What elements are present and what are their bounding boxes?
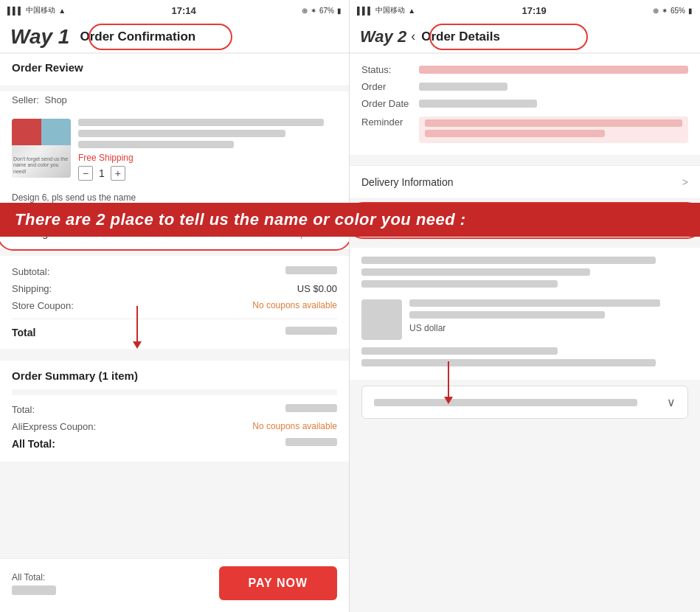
- reminder-row: Reminder: [361, 112, 688, 147]
- all-total-row: All Total:: [12, 435, 337, 453]
- right-bottom-section: US dollar: [350, 248, 700, 380]
- qty-increase-btn[interactable]: +: [111, 166, 125, 181]
- seller-label: Seller:: [12, 94, 39, 105]
- order-value-blur: [419, 83, 507, 91]
- right-bluetooth-icon: ✶: [662, 7, 668, 15]
- product-thumb-right: [361, 299, 402, 340]
- aliexpress-coupon-row: AliExpress Coupon: No coupons available: [12, 418, 337, 435]
- status-key: Status:: [361, 64, 413, 75]
- pay-all-total-label: All Total:: [12, 572, 56, 583]
- product-price-blur: [78, 141, 234, 148]
- delivery-chevron: >: [682, 176, 688, 188]
- delivery-label: Delivery Information: [361, 176, 454, 188]
- blur-block4: [361, 347, 558, 355]
- shipping-label: Shipping:: [12, 283, 52, 294]
- aliexpress-no-coupon: No coupons available: [252, 421, 337, 432]
- overlay-banner: There are 2 place to tell us the name or…: [0, 203, 700, 237]
- shipping-value: US $0.00: [297, 283, 337, 294]
- right-battery-icon: ▮: [688, 7, 693, 15]
- banner-text: There are 2 place to tell us the name or…: [15, 210, 466, 229]
- location-icon: ⊕: [302, 7, 308, 15]
- all-total-blur: [285, 438, 337, 446]
- right-sep1: [350, 159, 700, 165]
- right-nav-title: Order Details: [421, 29, 500, 44]
- delivery-row[interactable]: Delivery Information >: [350, 165, 700, 199]
- right-sep2: [350, 242, 700, 248]
- reminder-value: [419, 117, 688, 143]
- pay-total-value-blur: [12, 585, 56, 595]
- subtotal-label: Subtotal:: [12, 266, 49, 277]
- right-wifi-icon: ▲: [408, 7, 415, 15]
- qty-decrease-btn[interactable]: −: [78, 166, 93, 181]
- reminder-line2: [425, 130, 605, 137]
- total-value-blur: [285, 327, 337, 335]
- no-coupons-value: No coupons available: [252, 300, 337, 311]
- quantity-row: − 1 +: [78, 166, 337, 181]
- way1-label: Way 1: [10, 25, 69, 49]
- left-battery-area: ⊕ ✶ 67% ▮: [302, 7, 342, 15]
- summary-total-row: Total:: [12, 401, 337, 418]
- left-time: 17:14: [171, 5, 195, 16]
- select-chevron[interactable]: ∨: [667, 395, 676, 409]
- status-value-blur: [419, 66, 688, 74]
- right-carrier: ▌▌▌ 中国移动 ▲: [357, 5, 415, 15]
- pay-bar-total: All Total:: [12, 572, 56, 595]
- right-carrier-name: 中国移动: [375, 5, 405, 15]
- product-details: Free Shipping − 1 +: [78, 119, 337, 181]
- cost-section: Subtotal: Shipping: US $0.00 Store Coupo…: [0, 256, 349, 349]
- product-row-right: US dollar: [361, 292, 688, 347]
- right-product-blur2: [409, 311, 605, 319]
- right-location-icon: ⊕: [653, 7, 659, 15]
- main-container: ▌▌▌ 中国移动 ▲ 17:14 ⊕ ✶ 67% ▮ Way 1 Order C…: [0, 0, 700, 612]
- seller-name: Shop: [44, 94, 66, 105]
- product-info-right: US dollar: [409, 299, 688, 340]
- battery-icon: ▮: [337, 7, 342, 15]
- total-row: Total: [12, 324, 337, 341]
- blur-block5: [361, 359, 656, 366]
- right-status-area: Status: Order Order Date Reminder: [350, 54, 700, 155]
- summary-total-label: Total:: [12, 404, 35, 415]
- right-nav-bar: Way 2 ‹ Order Details: [350, 21, 700, 53]
- order-row: Order: [361, 78, 688, 95]
- product-image-label: Don't forget send us the name and color …: [13, 156, 71, 175]
- coupon-label: Store Coupon:: [12, 300, 74, 311]
- sep1: [0, 86, 349, 91]
- order-summary-section: Order Summary (1 item) Total: AliExpress…: [0, 361, 349, 462]
- product-row: Don't forget send us the name and color …: [0, 111, 349, 188]
- product-name-blur: [78, 119, 324, 126]
- product-image: Don't forget send us the name and color …: [12, 119, 71, 178]
- sep3: [0, 355, 349, 361]
- select-blur: [374, 399, 637, 406]
- coupon-row: Store Coupon: No coupons available: [12, 297, 337, 314]
- seller-line: Seller: Shop: [0, 91, 349, 111]
- right-battery-label: 65%: [670, 7, 685, 15]
- blur-block1: [361, 257, 656, 264]
- right-time: 17:19: [521, 5, 546, 16]
- right-product-blur1: [409, 299, 660, 307]
- order-summary-title: Order Summary (1 item): [12, 369, 337, 382]
- order-date-blur: [419, 100, 537, 108]
- right-content[interactable]: Status: Order Order Date Reminder: [350, 54, 700, 612]
- qty-number: 1: [99, 167, 105, 179]
- status-row: Status:: [361, 61, 688, 78]
- product-image-inner: Don't forget send us the name and color …: [12, 119, 71, 178]
- left-status-bar: ▌▌▌ 中国移动 ▲ 17:14 ⊕ ✶ 67% ▮: [0, 0, 349, 21]
- pay-now-button[interactable]: PAY NOW: [219, 566, 338, 600]
- summary-total-blur: [285, 404, 337, 412]
- subtotal-row: Subtotal:: [12, 263, 337, 280]
- way2-label: Way 2: [360, 27, 406, 46]
- blur-block3: [361, 280, 558, 288]
- carrier-name: 中国移动: [26, 5, 55, 15]
- left-panel: ▌▌▌ 中国移动 ▲ 17:14 ⊕ ✶ 67% ▮ Way 1 Order C…: [0, 0, 350, 612]
- shipping-row: Shipping: US $0.00: [12, 280, 337, 297]
- all-total-label: All Total:: [12, 438, 55, 450]
- select-row[interactable]: ∨: [361, 386, 688, 419]
- right-back-icon[interactable]: ‹: [411, 29, 415, 44]
- battery-label: 67%: [319, 7, 334, 15]
- left-content[interactable]: Order Review Seller: Shop Don't forget s…: [0, 54, 349, 558]
- reminder-key: Reminder: [361, 117, 413, 128]
- product-variant-blur: [78, 130, 285, 137]
- arrow-left: [136, 306, 138, 343]
- blur-block2: [361, 268, 590, 276]
- free-shipping-text: Free Shipping: [78, 153, 337, 163]
